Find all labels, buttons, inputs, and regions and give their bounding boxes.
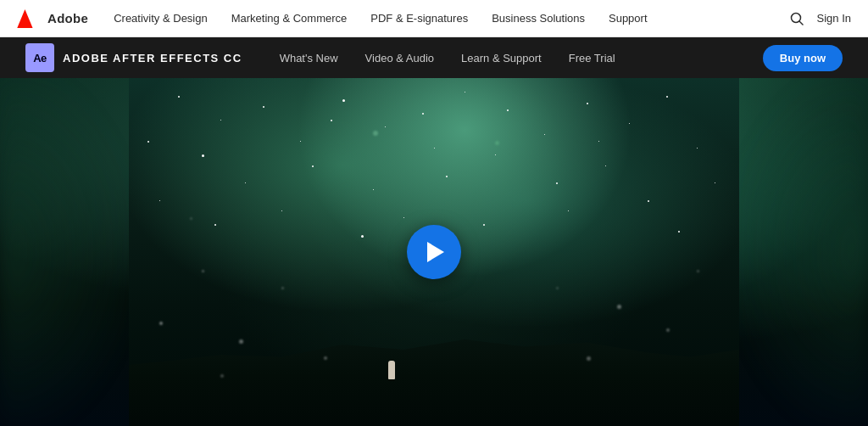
sub-nav-link-learn-support[interactable]: Learn & Support xyxy=(461,52,542,64)
top-navigation: Adobe Creativity & Design Marketing & Co… xyxy=(0,0,868,37)
side-glow-right xyxy=(739,78,868,426)
sub-nav-link-video-audio[interactable]: Video & Audio xyxy=(365,52,434,64)
play-button[interactable] xyxy=(407,225,461,279)
buy-now-button[interactable]: Buy now xyxy=(763,45,843,71)
search-icon[interactable] xyxy=(790,12,804,25)
top-nav-links: Creativity & Design Marketing & Commerce… xyxy=(114,12,789,25)
sign-in-link[interactable]: Sign In xyxy=(817,12,851,25)
top-nav-right: Sign In xyxy=(790,12,851,25)
sub-nav-links: What's New Video & Audio Learn & Support… xyxy=(280,52,763,64)
nav-link-support[interactable]: Support xyxy=(609,12,648,25)
play-icon xyxy=(427,242,444,262)
side-glow-left xyxy=(0,78,129,426)
hero-section xyxy=(0,78,868,426)
ae-product-name: ADOBE AFTER EFFECTS CC xyxy=(63,52,242,64)
adobe-logo[interactable]: Adobe xyxy=(17,9,88,28)
sub-nav-link-free-trial[interactable]: Free Trial xyxy=(569,52,615,64)
ae-icon-text: Ae xyxy=(33,52,47,64)
figure-silhouette xyxy=(388,361,395,379)
nav-link-business-solutions[interactable]: Business Solutions xyxy=(492,12,585,25)
svg-line-2 xyxy=(799,21,803,25)
nav-link-marketing-commerce[interactable]: Marketing & Commerce xyxy=(231,12,348,25)
svg-marker-0 xyxy=(17,9,32,28)
nav-link-creativity-design[interactable]: Creativity & Design xyxy=(114,12,208,25)
ae-product-icon: Ae xyxy=(25,43,54,72)
nav-link-pdf-esignatures[interactable]: PDF & E-signatures xyxy=(370,12,468,25)
ae-logo-wrap[interactable]: Ae ADOBE AFTER EFFECTS CC xyxy=(25,43,268,72)
adobe-logo-text: Adobe xyxy=(47,11,88,25)
adobe-logo-icon xyxy=(17,9,41,28)
sub-nav-link-whats-new[interactable]: What's New xyxy=(280,52,338,64)
sub-navigation: Ae ADOBE AFTER EFFECTS CC What's New Vid… xyxy=(0,37,868,78)
